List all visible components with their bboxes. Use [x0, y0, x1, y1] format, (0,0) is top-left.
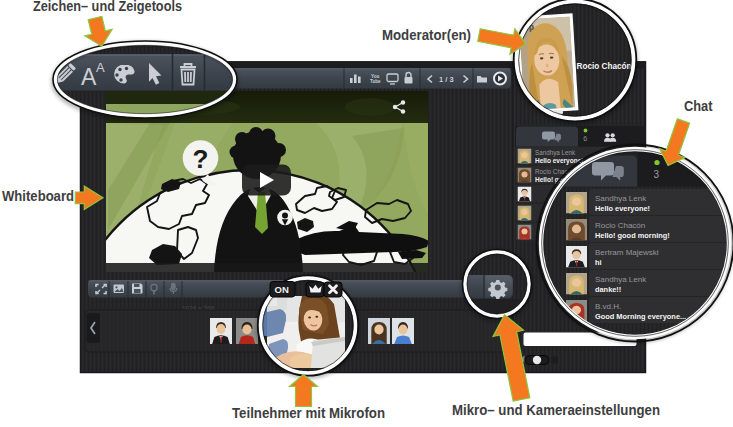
svg-text:1 / 3: 1 / 3	[439, 75, 454, 84]
svg-text:Sandhya Lenk: Sandhya Lenk	[595, 275, 647, 284]
svg-text:Rocio Chacón: Rocio Chacón	[577, 62, 632, 71]
svg-text:A: A	[96, 60, 105, 75]
svg-text:B.vd.H.: B.vd.H.	[595, 302, 621, 311]
svg-text:Rocio Chacón: Rocio Chacón	[595, 221, 645, 230]
svg-text:Sandhya Lenk: Sandhya Lenk	[595, 194, 647, 203]
svg-text:Tube: Tube	[370, 79, 381, 84]
svg-text:ON: ON	[275, 284, 289, 295]
svg-text:Hello! good morning!: Hello! good morning!	[595, 231, 670, 240]
svg-text:A: A	[81, 64, 97, 90]
svg-text:Moderator(en): Moderator(en)	[382, 26, 471, 43]
svg-text:?: ?	[193, 144, 209, 174]
svg-text:Bertram Majewski: Bertram Majewski	[595, 248, 659, 257]
svg-text:Chat: Chat	[684, 97, 713, 114]
svg-text:Zeichen– und Zeigetools: Zeichen– und Zeigetools	[33, 0, 182, 14]
svg-text:Hello everyone!: Hello everyone!	[595, 204, 650, 213]
svg-text:Teilnehmer mit Mikrofon: Teilnehmer mit Mikrofon	[232, 404, 385, 421]
svg-text:Sandhya Lenk: Sandhya Lenk	[535, 149, 576, 157]
svg-text:Whiteboard: Whiteboard	[2, 187, 74, 204]
svg-text:hi: hi	[595, 258, 602, 267]
svg-text:3: 3	[654, 169, 660, 180]
svg-text:6: 6	[583, 135, 587, 142]
svg-text:Mikro– und Kameraeinstellungen: Mikro– und Kameraeinstellungen	[452, 401, 660, 418]
svg-text:danke!!: danke!!	[595, 285, 621, 294]
svg-text:Good Morning everyone...: Good Morning everyone...	[595, 312, 686, 321]
